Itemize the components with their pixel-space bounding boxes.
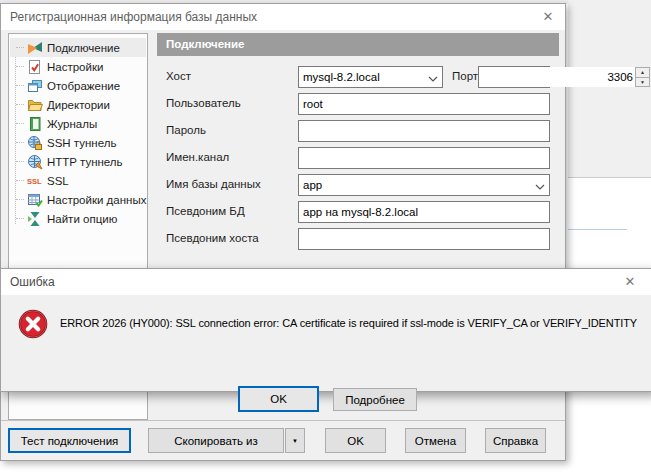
sidebar-item-directories[interactable]: Директории — [10, 95, 146, 114]
sidebar-item-data-settings[interactable]: Настройки данных — [10, 190, 146, 209]
password-input[interactable] — [298, 120, 550, 142]
database-value: app — [299, 179, 531, 191]
db-alias-input[interactable] — [298, 201, 550, 223]
ssh-tunnel-icon — [27, 135, 43, 151]
help-button[interactable]: Справка — [485, 428, 546, 453]
database-combobox[interactable]: app — [298, 174, 550, 196]
host-combobox[interactable]: mysql-8.2.local — [298, 66, 443, 88]
port-input[interactable] — [479, 67, 635, 87]
password-label: Пароль — [166, 124, 206, 136]
http-tunnel-icon — [27, 154, 43, 170]
sidebar-item-label: Подключение — [47, 42, 120, 54]
host-alias-input[interactable] — [298, 228, 550, 250]
host-label: Хост — [166, 70, 191, 82]
journal-icon — [27, 116, 43, 132]
copy-from-button[interactable]: Скопировать из — [148, 428, 284, 453]
chevron-down-icon[interactable] — [531, 176, 549, 194]
host-alias-label: Псевдоним хоста — [166, 232, 259, 244]
data-settings-icon — [27, 192, 43, 208]
error-details-button[interactable]: Подробнее — [333, 388, 417, 411]
error-titlebar: Ошибка ✕ — [1, 269, 651, 295]
spin-up-icon[interactable]: ▲ — [635, 67, 650, 77]
sidebar-item-ssl[interactable]: SSL SSL — [10, 171, 146, 190]
sidebar-item-display[interactable]: Отображение — [10, 76, 146, 95]
sidebar-item-label: SSH туннель — [47, 137, 116, 149]
main-titlebar: Регистрационная информация базы данных ✕ — [1, 4, 565, 30]
error-close-icon[interactable]: ✕ — [619, 272, 641, 292]
sidebar-item-label: Настройки — [47, 61, 103, 73]
screen: Регистрационная информация базы данных ✕… — [0, 0, 651, 474]
footer-separator — [1, 420, 565, 421]
error-dialog: Ошибка ✕ ERROR 2026 (HY000): SSL connect… — [0, 268, 651, 392]
error-ok-button[interactable]: OK — [238, 386, 319, 412]
sidebar-item-label: HTTP туннель — [47, 156, 123, 168]
port-label: Порт — [452, 70, 478, 82]
spin-down-icon[interactable]: ▼ — [635, 77, 650, 88]
connection-icon — [27, 40, 43, 56]
display-icon — [27, 78, 43, 94]
sidebar-item-label: Директории — [47, 99, 110, 111]
background-window-line — [568, 229, 627, 230]
sidebar-item-label: Найти опцию — [47, 213, 117, 225]
named-pipe-input[interactable] — [298, 147, 550, 169]
named-pipe-label: Имен.канал — [166, 151, 229, 163]
sidebar-item-connection[interactable]: Подключение — [10, 38, 146, 57]
sidebar-item-journals[interactable]: Журналы — [10, 114, 146, 133]
error-icon — [18, 309, 48, 339]
svg-text:SSL: SSL — [27, 177, 42, 186]
test-connection-button[interactable]: Тест подключения — [8, 428, 131, 453]
error-body: ERROR 2026 (HY000): SSL connection error… — [1, 295, 651, 391]
sidebar-item-http-tunnel[interactable]: HTTP туннель — [10, 152, 146, 171]
chevron-down-icon[interactable] — [424, 68, 442, 86]
sidebar-item-label: Журналы — [47, 118, 97, 130]
sidebar-item-label: Отображение — [47, 80, 120, 92]
folder-icon — [27, 97, 43, 113]
port-spinner: ▲ ▼ — [478, 66, 550, 88]
ssl-icon: SSL — [27, 173, 43, 189]
user-label: Пользователь — [166, 97, 241, 109]
sidebar-item-label: Настройки данных — [47, 194, 146, 206]
error-dialog-title: Ошибка — [10, 275, 55, 289]
sidebar-item-ssh-tunnel[interactable]: SSH туннель — [10, 133, 146, 152]
section-header: Подключение — [157, 33, 559, 56]
db-alias-label: Псевдоним БД — [166, 205, 245, 217]
cancel-button[interactable]: Отмена — [405, 428, 466, 453]
user-input[interactable] — [298, 93, 550, 115]
database-label: Имя базы данных — [166, 178, 261, 190]
ok-button[interactable]: OK — [325, 428, 386, 453]
error-message: ERROR 2026 (HY000): SSL connection error… — [60, 317, 640, 329]
sidebar-item-settings[interactable]: Настройки — [10, 57, 146, 76]
settings-icon — [27, 59, 43, 75]
sidebar-item-find-option[interactable]: Найти опцию — [10, 209, 146, 228]
main-close-icon[interactable]: ✕ — [537, 7, 559, 27]
copy-from-dropdown-icon[interactable]: ▼ — [285, 428, 305, 453]
host-value: mysql-8.2.local — [299, 71, 424, 83]
sidebar-item-label: SSL — [47, 175, 69, 187]
main-dialog-title: Регистрационная информация базы данных — [10, 10, 257, 24]
find-option-icon — [27, 211, 43, 227]
background-window — [568, 0, 651, 178]
